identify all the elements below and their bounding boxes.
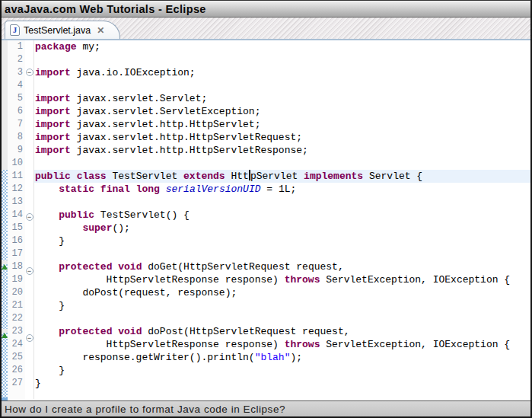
folding-gutter[interactable]: −−−− xyxy=(25,40,34,399)
status-question-text: How do I create a profile to format Java… xyxy=(5,404,285,415)
code-line xyxy=(34,196,530,209)
fold-cell xyxy=(25,120,33,133)
line-number[interactable]: 17 xyxy=(8,247,23,260)
line-number[interactable]: 27 xyxy=(8,377,23,390)
fold-collapse-icon[interactable]: − xyxy=(26,267,33,275)
line-number[interactable]: 25 xyxy=(8,351,23,364)
code-token: HttpServletResponse response) xyxy=(35,339,285,350)
code-line: import javax.servlet.http.HttpServletReq… xyxy=(34,131,530,144)
tab-close-icon[interactable]: ✕ xyxy=(97,25,104,36)
range-indicator-cell xyxy=(2,277,8,290)
line-number[interactable]: 11 xyxy=(8,170,23,183)
annotation-cell xyxy=(2,40,8,53)
line-number[interactable]: 14 xyxy=(8,209,23,222)
code-token: serialVersionUID xyxy=(166,183,261,195)
line-number[interactable]: 1 xyxy=(8,40,23,53)
line-number[interactable]: 2 xyxy=(8,53,23,66)
code-line xyxy=(34,53,530,66)
tab-testservlet-java[interactable]: J TestServlet.java ✕ xyxy=(5,21,120,39)
code-token: final xyxy=(100,183,130,195)
fold-cell xyxy=(25,226,33,239)
fold-cell xyxy=(25,198,33,211)
fold-cell xyxy=(25,373,33,386)
fold-cell xyxy=(25,252,33,265)
code-token: super xyxy=(82,222,112,234)
line-number[interactable]: 21 xyxy=(8,299,23,312)
code-token xyxy=(35,326,59,337)
line-number[interactable]: 4 xyxy=(8,79,23,92)
fold-cell xyxy=(25,53,33,66)
line-number-gutter[interactable]: 1234567891011121314151617181920212223242… xyxy=(8,40,25,399)
editor-tabstrip: J TestServlet.java ✕ xyxy=(2,18,530,40)
line-number[interactable]: 15 xyxy=(8,222,23,235)
line-number[interactable]: 24 xyxy=(8,338,23,351)
annotation-cell xyxy=(2,53,8,66)
range-indicator-cell xyxy=(2,222,8,235)
code-token: HttpServletResponse response) xyxy=(35,274,285,286)
line-number[interactable]: 7 xyxy=(8,118,23,131)
fold-cell xyxy=(25,133,33,146)
code-token: ServletException, IOException { xyxy=(320,274,510,286)
code-token: = 1L; xyxy=(261,183,297,195)
code-token: throws xyxy=(285,274,320,286)
annotation-cell xyxy=(2,131,8,144)
line-number[interactable]: 20 xyxy=(8,286,23,299)
annotation-cell xyxy=(2,144,8,157)
line-number[interactable]: 13 xyxy=(8,196,23,209)
code-line: } xyxy=(34,299,530,312)
code-token: response.getWriter().println( xyxy=(35,352,255,363)
code-token: public xyxy=(59,209,94,221)
fold-cell xyxy=(25,94,33,107)
line-number[interactable]: 5 xyxy=(8,92,23,105)
fold-collapse-icon[interactable]: − xyxy=(26,334,33,342)
eclipse-window: avaJava.com Web Tutorials - Eclipse J Te… xyxy=(0,0,532,418)
fold-cell xyxy=(25,319,33,332)
range-indicator-cell xyxy=(2,303,8,316)
line-number[interactable]: 9 xyxy=(8,144,23,157)
code-token: TestServlet() { xyxy=(94,209,190,221)
annotation-cell xyxy=(2,79,8,92)
line-number[interactable]: 16 xyxy=(8,235,23,247)
code-token: throws xyxy=(285,339,320,350)
line-number[interactable]: 3 xyxy=(8,66,23,79)
override-indicator-icon[interactable] xyxy=(2,264,8,270)
line-number[interactable]: 22 xyxy=(8,312,23,325)
code-line: super(); xyxy=(34,222,530,235)
code-token: doPost(HttpServletRequest request, xyxy=(142,326,349,337)
line-number[interactable]: 26 xyxy=(8,364,23,377)
tab-label: TestServlet.java xyxy=(24,25,91,36)
code-token: javax.servlet.ServletException; xyxy=(71,106,261,117)
code-token: pServlet xyxy=(250,171,304,182)
code-token: doGet(HttpServletRequest request, xyxy=(142,261,343,273)
fold-cell xyxy=(25,185,33,198)
code-token: import xyxy=(35,106,71,117)
code-line: doPost(request, response); xyxy=(34,286,530,299)
code-pane[interactable]: package my;import java.io.IOException;im… xyxy=(34,40,530,399)
line-number[interactable]: 23 xyxy=(8,325,23,338)
line-number[interactable]: 19 xyxy=(8,273,23,286)
fold-cell xyxy=(25,81,33,94)
code-token: } xyxy=(35,235,65,247)
line-number[interactable]: 18 xyxy=(8,260,23,273)
fold-collapse-icon[interactable]: − xyxy=(26,213,33,221)
line-number[interactable]: 12 xyxy=(8,183,23,196)
code-token: Servlet { xyxy=(363,171,422,182)
code-line xyxy=(34,312,530,325)
line-number[interactable]: 10 xyxy=(8,157,23,170)
code-token: (); xyxy=(112,222,129,234)
code-token: import xyxy=(35,132,71,143)
window-titlebar[interactable]: avaJava.com Web Tutorials - Eclipse xyxy=(2,1,530,18)
code-line: protected void doPost(HttpServletRequest… xyxy=(34,325,530,338)
code-line: import javax.servlet.Servlet; xyxy=(34,92,530,105)
line-number[interactable]: 6 xyxy=(8,105,23,118)
line-number[interactable]: 8 xyxy=(8,131,23,144)
range-indicator-cell xyxy=(2,359,8,372)
code-token: my; xyxy=(77,41,100,53)
code-editor[interactable]: 1234567891011121314151617181920212223242… xyxy=(2,40,530,399)
override-indicator-icon[interactable] xyxy=(2,333,8,338)
code-token: ); xyxy=(290,352,302,363)
code-token: Htt xyxy=(225,171,249,182)
fold-collapse-icon[interactable]: − xyxy=(26,69,33,76)
code-line: HttpServletResponse response) throws Ser… xyxy=(34,273,530,286)
code-token: protected xyxy=(59,326,112,337)
